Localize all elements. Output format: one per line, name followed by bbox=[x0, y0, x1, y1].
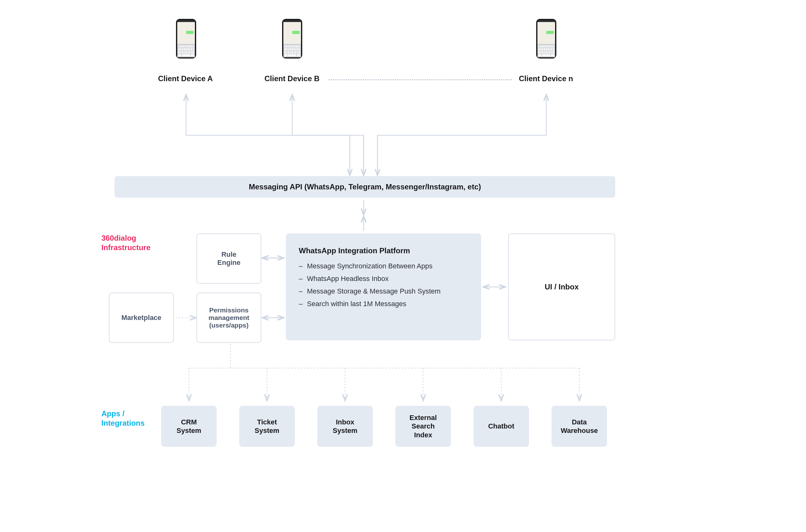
platform-feature-item: Message Storage & Message Push System bbox=[299, 287, 468, 296]
app-chatbot: Chatbot bbox=[474, 406, 529, 447]
messaging-api-label: Messaging API (WhatsApp, Telegram, Messe… bbox=[249, 183, 481, 191]
whatsapp-integration-platform-box: WhatsApp Integration Platform Message Sy… bbox=[286, 233, 481, 340]
section-label-infrastructure: 360dialog Infrastructure bbox=[102, 233, 150, 252]
rule-engine-box: Rule Engine bbox=[197, 233, 261, 284]
app-ticket-system: Ticket System bbox=[239, 406, 295, 447]
device-ellipsis-line bbox=[329, 79, 512, 80]
permissions-management-box: Permissions management (users/apps) bbox=[197, 292, 261, 343]
phone-device-a bbox=[176, 19, 196, 58]
phone-device-b bbox=[282, 19, 302, 58]
device-b-label: Client Device B bbox=[264, 74, 319, 83]
ui-inbox-box: UI / Inbox bbox=[508, 233, 615, 340]
device-a-label: Client Device A bbox=[158, 74, 213, 83]
platform-feature-item: Search within last 1M Messages bbox=[299, 300, 468, 308]
platform-features-list: Message Synchronization Between Apps Wha… bbox=[299, 262, 468, 308]
messaging-api-bar: Messaging API (WhatsApp, Telegram, Messe… bbox=[115, 176, 615, 197]
app-inbox-system: Inbox System bbox=[317, 406, 373, 447]
architecture-diagram: Client Device A Client Device B Client D… bbox=[0, 0, 806, 532]
platform-feature-item: WhatsApp Headless Inbox bbox=[299, 274, 468, 283]
platform-title: WhatsApp Integration Platform bbox=[299, 246, 468, 255]
app-data-warehouse: Data Warehouse bbox=[552, 406, 607, 447]
app-external-search-index: External Search Index bbox=[396, 406, 451, 447]
marketplace-box: Marketplace bbox=[109, 292, 174, 343]
section-label-apps: Apps / Integrations bbox=[102, 409, 145, 428]
platform-feature-item: Message Synchronization Between Apps bbox=[299, 262, 468, 270]
device-n-label: Client Device n bbox=[519, 74, 573, 83]
app-crm-system: CRM System bbox=[161, 406, 217, 447]
phone-device-n bbox=[536, 19, 556, 58]
